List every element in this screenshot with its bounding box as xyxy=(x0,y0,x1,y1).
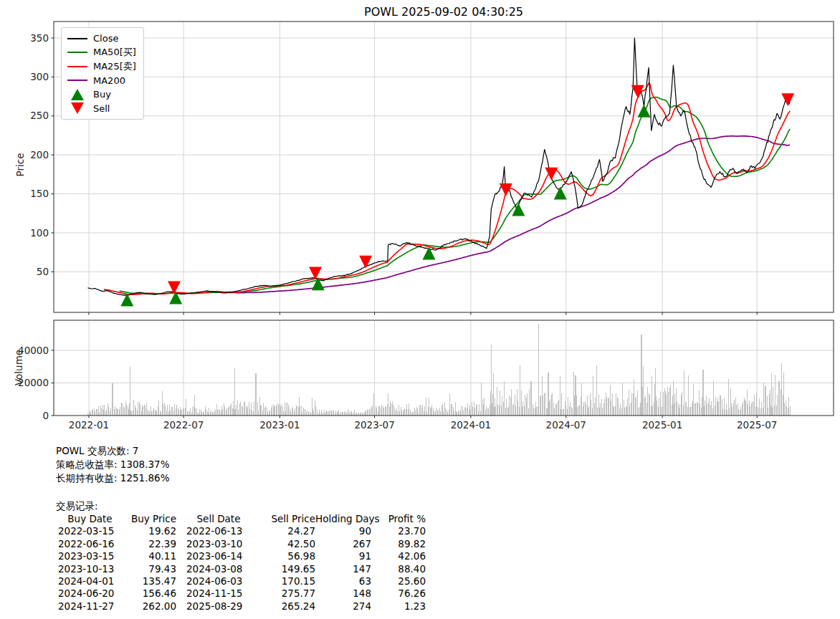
volume-bar xyxy=(97,409,97,416)
volume-bar xyxy=(418,413,419,416)
volume-bar xyxy=(117,409,118,416)
volume-bar xyxy=(190,408,191,416)
volume-bar xyxy=(515,395,515,416)
volume-spike-bar xyxy=(688,375,689,416)
volume-bar xyxy=(328,411,329,416)
volume-bar xyxy=(258,411,259,416)
volume-bar xyxy=(199,409,200,416)
volume-bar xyxy=(98,406,99,416)
legend-label: MA200 xyxy=(93,75,125,86)
trades-header-row: Buy DateBuy PriceSell DateSell PriceHold… xyxy=(56,513,426,525)
volume-bar xyxy=(690,407,691,416)
sell-marker xyxy=(781,93,794,106)
volume-bar xyxy=(616,393,616,416)
volume-bar xyxy=(790,406,791,416)
volume-bar xyxy=(142,406,143,416)
trade-cell: 265.24 xyxy=(251,600,315,613)
trade-cell: 2022-03-15 xyxy=(56,525,122,537)
volume-spike-bar xyxy=(593,376,593,416)
figure: POWL 2025-09-02 04:30:25 501001502002503… xyxy=(0,0,840,619)
volume-bar xyxy=(352,413,353,416)
volume-bar xyxy=(356,413,357,416)
volume-bar xyxy=(195,408,196,416)
volume-bar xyxy=(398,405,399,416)
volume-bar xyxy=(298,407,299,416)
volume-bar xyxy=(687,407,688,416)
volume-bar xyxy=(440,411,441,416)
volume-spike-bar xyxy=(728,379,729,416)
volume-bar xyxy=(89,413,90,416)
trade-row: 2024-06-20156.462024-11-15275.7714876.26 xyxy=(56,587,426,600)
volume-bar xyxy=(588,406,589,416)
trades-block: 交易记录: Buy DateBuy PriceSell DateSell Pri… xyxy=(56,500,426,613)
volume-bar xyxy=(551,395,552,416)
volume-bar xyxy=(560,376,560,416)
volume-bar xyxy=(692,403,692,416)
trade-cell: 42.06 xyxy=(371,550,426,562)
x-tick-label: 2025-01 xyxy=(642,419,682,431)
volume-bar xyxy=(278,405,279,416)
volume-bar xyxy=(151,406,151,416)
volume-bar xyxy=(465,407,466,416)
volume-bar xyxy=(208,413,209,416)
volume-bar xyxy=(686,401,687,416)
price-tick-label: 100 xyxy=(30,227,49,239)
trade-cell: 90 xyxy=(315,525,371,537)
trade-cell: 2024-06-03 xyxy=(176,575,251,587)
volume-bar xyxy=(508,407,509,416)
column-header: Buy Date xyxy=(56,513,122,525)
volume-bar xyxy=(722,409,723,416)
volume-bar xyxy=(211,410,211,416)
volume-bar xyxy=(306,412,307,416)
volume-bar xyxy=(469,405,470,416)
summary-block: POWL 交易次数: 7 策略总收益率: 1308.37% 长期持有收益: 12… xyxy=(56,444,170,485)
volume-bar xyxy=(590,393,591,416)
volume-bar xyxy=(484,398,485,416)
volume-bar xyxy=(452,404,452,416)
volume-bar xyxy=(608,398,608,416)
volume-bar xyxy=(474,408,475,416)
volume-bar xyxy=(517,389,517,416)
volume-bar xyxy=(194,395,195,416)
volume-bar xyxy=(364,413,365,416)
volume-bar xyxy=(183,409,184,416)
volume-bar xyxy=(209,408,209,416)
volume-bar xyxy=(722,399,722,416)
volume-bar xyxy=(186,399,186,416)
summary-trade-count: POWL 交易次数: 7 xyxy=(56,444,170,458)
volume-bar xyxy=(769,394,770,416)
volume-bar xyxy=(743,402,743,416)
volume-bar xyxy=(463,411,464,416)
volume-bar xyxy=(639,407,640,416)
legend-item: MA25[卖] xyxy=(67,59,136,74)
volume-bar xyxy=(391,403,391,416)
volume-bar xyxy=(533,408,534,416)
volume-bar xyxy=(155,410,156,416)
volume-bar xyxy=(128,406,128,416)
volume-bar xyxy=(381,408,381,416)
volume-bar xyxy=(254,401,254,416)
volume-bar xyxy=(128,409,129,416)
volume-bar xyxy=(658,407,659,416)
volume-bar xyxy=(180,407,181,416)
volume-spike-bar xyxy=(713,381,714,416)
trade-cell: 42.50 xyxy=(251,538,315,550)
volume-bar xyxy=(286,403,287,416)
volume-bar xyxy=(552,393,553,416)
volume-bar xyxy=(214,411,215,416)
volume-bar xyxy=(326,411,327,416)
volume-bar xyxy=(781,363,782,416)
volume-bar xyxy=(712,408,713,416)
volume-bar xyxy=(224,407,225,416)
volume-bar xyxy=(156,411,156,416)
volume-bar xyxy=(502,396,502,416)
volume-bar xyxy=(507,408,508,416)
column-header: Holding Days xyxy=(315,513,371,525)
volume-bar xyxy=(588,408,588,416)
volume-bar xyxy=(312,408,313,416)
volume-bar xyxy=(197,413,198,416)
volume-bar xyxy=(163,404,163,416)
volume-bar xyxy=(577,407,578,416)
volume-bar xyxy=(476,404,477,416)
volume-bar xyxy=(304,409,305,416)
